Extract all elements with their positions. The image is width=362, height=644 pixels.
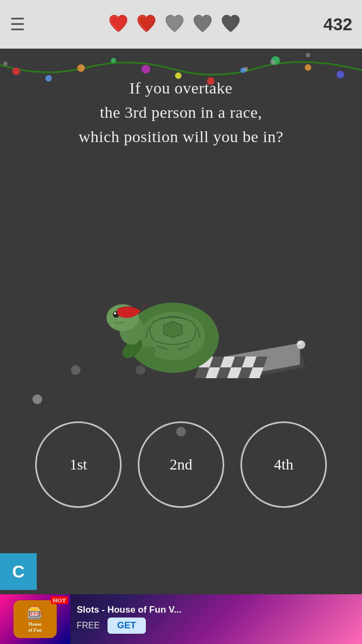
ad-free-label: FREE xyxy=(77,621,100,630)
svg-point-0 xyxy=(12,68,20,75)
ad-hot-badge: HOT xyxy=(51,596,68,604)
cyan-c-logo: C xyxy=(0,553,37,590)
turtle-illustration xyxy=(0,227,362,405)
svg-point-4 xyxy=(142,65,150,73)
svg-point-3 xyxy=(111,58,116,63)
cyan-c-text: C xyxy=(12,562,24,582)
ad-logo: 🎰 Houseof Fun xyxy=(14,600,57,638)
heart-3 xyxy=(163,12,186,36)
answer-button-4th[interactable]: 4th xyxy=(240,421,327,508)
dot-decoration-left xyxy=(32,394,42,404)
answer-button-2nd[interactable]: 2nd xyxy=(138,421,224,508)
svg-marker-33 xyxy=(164,321,182,338)
svg-point-28 xyxy=(298,341,301,345)
top-bar: ☰ xyxy=(0,0,362,49)
ad-get-button[interactable]: GET xyxy=(108,618,146,634)
svg-point-11 xyxy=(3,62,8,66)
heart-5 xyxy=(219,12,243,36)
svg-point-27 xyxy=(297,340,305,349)
svg-point-41 xyxy=(136,365,145,375)
ad-icon-area: HOT 🎰 Houseof Fun xyxy=(0,594,70,644)
ad-content: Slots - House of Fun V... FREE GET xyxy=(70,600,362,638)
heart-2 xyxy=(135,12,158,36)
svg-point-14 xyxy=(306,53,310,57)
svg-point-12 xyxy=(244,67,248,71)
svg-point-2 xyxy=(77,64,85,72)
ad-banner[interactable]: HOT 🎰 Houseof Fun Slots - House of Fun V… xyxy=(0,594,362,644)
ad-title: Slots - House of Fun V... xyxy=(77,605,356,615)
svg-point-9 xyxy=(305,64,311,71)
answer-button-1st[interactable]: 1st xyxy=(35,421,122,508)
menu-button[interactable]: ☰ xyxy=(10,16,25,33)
answer-buttons-container: 1st 2nd 4th xyxy=(0,421,362,508)
ad-actions: FREE GET xyxy=(77,618,356,634)
svg-point-40 xyxy=(71,365,81,375)
ad-logo-dice: 🎰 xyxy=(27,605,43,620)
svg-point-39 xyxy=(114,312,116,314)
score-display: 432 xyxy=(324,15,352,35)
heart-4 xyxy=(191,12,214,36)
question-area: If you overtake the 3rd person in a race… xyxy=(0,76,362,149)
question-text: If you overtake the 3rd person in a race… xyxy=(16,76,346,149)
svg-point-13 xyxy=(270,59,276,65)
heart-1 xyxy=(106,12,130,36)
game-area: If you overtake the 3rd person in a race… xyxy=(0,49,362,594)
hearts-container xyxy=(106,12,243,36)
